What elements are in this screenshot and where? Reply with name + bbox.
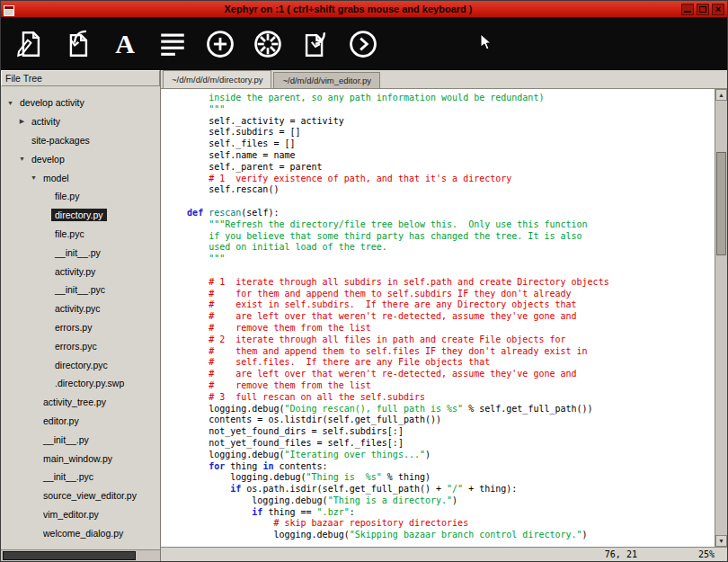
tree-item-label: directory.py [51,209,107,221]
save-document-icon [300,29,331,59]
tree-item-activity-tree-py[interactable]: activity_tree.py [1,393,160,412]
tab-directory-py[interactable]: ~/d/m/d/d/m/directory.py [163,70,271,88]
close-icon: × [715,4,721,14]
maximize-button[interactable] [697,4,709,15]
code-line: # 2 iterate through all files in path an… [165,335,715,346]
tree-item-activity[interactable]: ▶activity [1,112,160,131]
minimize-button[interactable] [681,4,694,15]
tree-item-label: file.py [51,190,83,202]
tree-item-label: errors.py [51,321,95,334]
tree-expander-icon[interactable]: ▼ [16,156,28,162]
tree-item-develop-activity[interactable]: ▼develop activity [1,94,160,112]
tree-item-directory-py[interactable]: directory.py [1,206,160,225]
code-line [165,196,715,208]
new-document-button[interactable] [10,24,49,64]
code-line: self.name = name [165,150,715,162]
code-line: # are left over that weren't re-detected… [165,369,715,380]
titlebar[interactable]: Xephyr on :1 ( ctrl+shift grabs mouse an… [1,1,727,17]
tree-item-label: welcome_dialog.py [40,527,127,540]
code-line: # self.files. If there are any File obje… [165,357,715,369]
tree-item-vim-editor-py[interactable]: vim_editor.py [1,505,160,524]
tree-item-init-py[interactable]: __init__.py [1,430,160,449]
sidebar-horizontal-scrollbar[interactable] [1,549,160,561]
tree-item-activity-pyc[interactable]: activity.pyc [1,299,160,318]
run-button[interactable] [343,24,383,64]
tree-item-init-pyc[interactable]: __init__.pyc [1,468,160,486]
font-button[interactable]: A [105,24,145,64]
scroll-down-button[interactable]: ▼ [715,535,727,547]
tree-item-main-window-py[interactable]: main_window.py [1,449,160,468]
tree-item-errors-pyc[interactable]: errors.pyc [1,336,160,355]
code-line: self._activity = activity [165,116,715,128]
tree-item-label: __init__.py [51,246,104,259]
tree-expander-icon[interactable]: ▶ [16,118,28,125]
tree-item-editor-py[interactable]: editor.py [1,412,160,431]
tree-item-label: develop [28,153,68,165]
new-document-icon [14,29,45,59]
code-line: # remove them from the list [165,380,715,392]
code-line: logging.debug("Skipping bazaar branch co… [165,530,715,541]
tab-bar: ~/d/m/d/d/m/directory.py ~/d/m/d/d/vim_e… [161,70,727,89]
code-line: # 1 iterate through all subdirs in self.… [165,277,715,289]
code-line: logging.debug("Thing is %s" % thing) [165,472,715,484]
tab-label: ~/d/m/d/d/vim_editor.py [282,76,370,85]
arrow-down-icon: ▼ [718,538,724,544]
settings-wheel-button[interactable] [248,24,288,64]
code-line: # are left over that weren't re-detected… [165,311,715,323]
tree-item-model[interactable]: ▼model [1,168,160,187]
tree-item-init-py[interactable]: __init__.py [1,243,160,262]
code-line: self.subdirs = [] [165,127,715,138]
code-line: def rescan(self): [165,208,715,219]
tree-item-label: activity.pyc [51,302,104,315]
tree-item-label: activity_tree.py [40,396,110,408]
code-line [165,265,715,277]
close-button[interactable]: × [712,4,724,15]
code-line: # 1 verify existence of path, and that i… [165,174,715,185]
tree-item-file-pyc[interactable]: file.pyc [1,225,160,244]
open-document-button[interactable] [58,24,97,64]
justify-lines-button[interactable] [153,24,192,64]
code-line: # them and append them to self.files IF … [165,346,715,358]
zoom-in-icon [205,29,235,59]
code-line: # 3 full rescan on all the self.subdirs [165,392,715,404]
tab-vim-editor-py[interactable]: ~/d/m/d/d/vim_editor.py [273,72,379,88]
scroll-up-button[interactable]: ▲ [715,89,727,101]
window-controls: × [679,4,724,15]
tree-item-errors-py[interactable]: errors.py [1,318,160,337]
tree-item-directory-py-swp[interactable]: .directory.py.swp [1,374,160,393]
justify-lines-icon [157,29,188,59]
tree-item-init-pyc[interactable]: __init__.pyc [1,281,160,299]
file-tree[interactable]: ▼develop activity▶activitysite-packages▼… [1,86,160,549]
tree-item-label: activity.py [51,265,99,278]
save-document-button[interactable] [296,24,335,64]
tree-item-label: editor.py [40,415,83,427]
tree-expander-icon[interactable]: ▼ [28,174,40,181]
editor-body: inside the parent, so any path informati… [161,89,727,547]
tree-item-site-packages[interactable]: site-packages [1,131,160,150]
tree-item-source-view-editor-py[interactable]: source_view_editor.py [1,486,160,505]
code-line: self._parent = parent [165,162,715,174]
file-tree-panel: File Tree ▼develop activity▶activitysite… [1,70,161,561]
code-line: logging.debug("Thing is a directory.") [165,495,715,507]
tree-item-label: __init__.pyc [40,470,97,483]
zoom-in-button[interactable] [200,24,240,64]
tree-expander-icon[interactable]: ▼ [4,100,16,106]
code-line: logging.debug("Doing rescan(), full path… [165,404,715,415]
tree-item-file-py[interactable]: file.py [1,187,160,206]
tree-item-develop[interactable]: ▼develop [1,149,160,168]
sidebar-hscroll-thumb[interactable] [3,551,136,560]
file-tree-header[interactable]: File Tree [1,70,160,86]
tree-item-welcome-dialog-py[interactable]: welcome_dialog.py [1,523,160,542]
code-line: not_yet_found_files = self._files[:] [165,438,715,450]
code-line: self.rescan() [165,184,715,196]
code-line: for thing in contents: [165,461,715,473]
tree-item-directory-pyc[interactable]: directory.pyc [1,355,160,374]
code-line: """Refresh the directory/file tree below… [165,219,715,231]
tree-item-activity-py[interactable]: activity.py [1,262,160,281]
tree-item-label: develop activity [16,96,88,109]
editor-vertical-scrollbar[interactable]: ▲ ▼ [715,89,727,547]
main-area: File Tree ▼develop activity▶activitysite… [1,70,727,561]
code-area[interactable]: inside the parent, so any path informati… [161,89,715,547]
editor-vscroll-thumb[interactable] [716,152,726,255]
window-icon [4,4,14,14]
